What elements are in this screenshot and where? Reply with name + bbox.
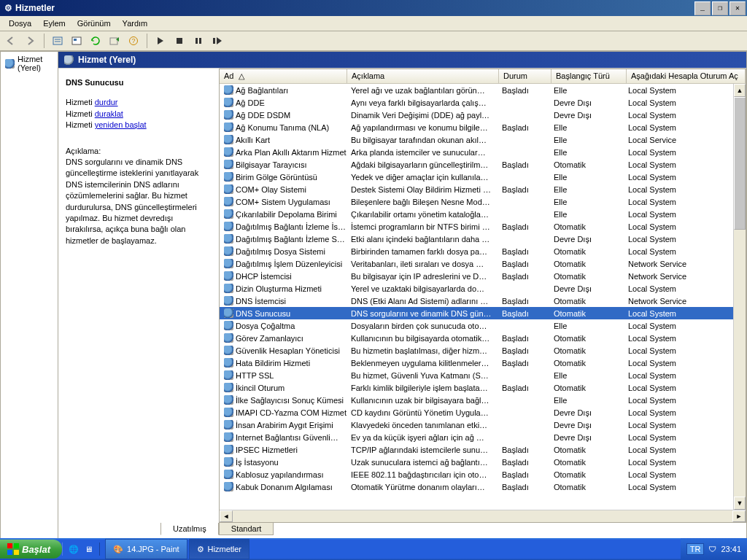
service-row[interactable]: Bilgisayar TarayıcısıAğdaki bilgisayarla… [220, 158, 746, 171]
service-logon: Local System [624, 173, 746, 182]
main-area: Hizmet (Yerel) Hizmet (Yerel) DNS Sunucu… [0, 51, 747, 540]
properties-button[interactable] [68, 32, 85, 50]
service-row[interactable]: HTTP SSLBu hizmet, Güvenli Yuva Katmanı … [220, 369, 746, 381]
bottom-tabs: Uzatılmış Standart [58, 523, 746, 539]
service-row[interactable]: İkincil OturumFarklı kimlik bilgileriyle… [220, 381, 746, 394]
service-row[interactable]: Hata Bildirim HizmetiBeklenmeyen uygulam… [220, 357, 746, 369]
menu-help[interactable]: Yardım [117, 18, 154, 29]
service-row[interactable]: Ağ DDEAynı veya farklı bilgisayarlarda ç… [220, 96, 746, 109]
menu-file[interactable]: Dosya [3, 18, 37, 29]
service-logon: Local System [624, 322, 746, 330]
pause-line: Hizmeti duraklat [66, 109, 212, 120]
tab-standard[interactable]: Standart [219, 523, 274, 535]
restore-button[interactable]: ❐ [712, 1, 728, 15]
services-icon [5, 59, 15, 69]
service-row[interactable]: IMAPI CD-Yazma COM HizmetiCD kaydını Gör… [220, 406, 746, 419]
services-icon: ⚙ [197, 545, 204, 554]
pause-service-button[interactable] [190, 32, 207, 50]
service-status: Başladı [498, 222, 549, 231]
service-row[interactable]: İnsan Arabirim Aygıt ErişimiKlavyedeki ö… [220, 419, 746, 431]
close-button[interactable]: ✕ [729, 1, 746, 15]
forward-button[interactable] [22, 32, 39, 50]
service-row[interactable]: Internet Bağlantısı Güvenli…Ev ya da küç… [220, 431, 746, 443]
scroll-up-button[interactable]: ▲ [734, 84, 746, 97]
back-button[interactable] [3, 32, 20, 50]
pause-link[interactable]: duraklat [95, 109, 123, 118]
service-row[interactable]: Birim Gölge GörüntüsüYedek ve diğer amaç… [220, 171, 746, 183]
service-description: Uzak sunuculara istemci ağ bağlantı… [347, 458, 498, 467]
svg-rect-7 [196, 38, 198, 44]
refresh-button[interactable] [87, 32, 104, 50]
stop-link[interactable]: durdur [95, 98, 118, 106]
service-row[interactable]: Görev ZamanlayıcıKullanıcının bu bilgisa… [220, 332, 746, 344]
scroll-right-button[interactable]: ► [732, 510, 746, 522]
start-service-button[interactable] [152, 32, 169, 50]
service-row[interactable]: Akıllı KartBu bilgisayar tarafından okun… [220, 133, 746, 146]
task-paint[interactable]: 🎨 14.JPG - Paint [105, 539, 187, 559]
col-name[interactable]: Ad △ [220, 69, 347, 83]
help-button[interactable]: ? [125, 32, 142, 50]
service-row[interactable]: Dağıtılmış İşlem DüzenleyicisiVeritabanl… [220, 257, 746, 270]
service-row[interactable]: Kablosuz yapılandırmasıIEEE 802.11 bağda… [220, 468, 746, 481]
service-row[interactable]: DHCP İstemcisiBu bilgisayar için IP adre… [220, 270, 746, 282]
service-row[interactable]: IPSEC HizmetleriTCP/IP ağlarındaki istem… [220, 443, 746, 456]
tab-extended[interactable]: Uzatılmış [160, 523, 219, 535]
tray-icon[interactable]: 🛡 [708, 545, 716, 553]
minimize-button[interactable]: _ [694, 1, 711, 15]
service-row[interactable]: DNS İstemcisiDNS (Etki Alanı Ad Sistemi)… [220, 295, 746, 307]
language-indicator[interactable]: TR [686, 543, 705, 555]
service-description: Bileşenlere bağlı Bileşen Nesne Mod… [347, 198, 498, 206]
service-icon [224, 110, 233, 120]
horizontal-scrollbar[interactable]: ◄ ► [220, 510, 746, 522]
export-button[interactable] [106, 32, 123, 50]
service-description: Destek Sistemi Olay Bildirim Hizmeti … [347, 185, 498, 194]
service-row[interactable]: Dosya ÇoğaltmaDosyaların birden çok sunu… [220, 319, 746, 332]
service-row[interactable]: DNS SunucusuDNS sorgularını ve dinamik D… [220, 307, 746, 319]
service-name: Güvenlik Hesapları Yöneticisi [236, 346, 340, 355]
service-row[interactable]: Dizin Oluşturma HizmetiYerel ve uzaktaki… [220, 282, 746, 295]
export-list-button[interactable] [49, 32, 66, 50]
service-row[interactable]: Çıkarılabilir Depolama BirimiÇıkarılabil… [220, 208, 746, 220]
service-row[interactable]: Arka Plan Akıllı Aktarım HizmetiArka pla… [220, 146, 746, 158]
restart-link[interactable]: yeniden başlat [95, 120, 147, 129]
service-row[interactable]: Ağ BağlantılarıYerel ağı ve uzak bağlant… [220, 84, 746, 96]
service-startup: Devre Dışı [549, 98, 624, 107]
scroll-left-button[interactable]: ◄ [220, 510, 233, 522]
service-logon: Local System [624, 111, 746, 120]
col-status[interactable]: Durum [499, 69, 551, 83]
tree-root-item[interactable]: Hizmet (Yerel) [1, 52, 58, 75]
service-icon [224, 370, 233, 380]
service-description: Yerel ağı ve uzak bağlantıları görün… [347, 86, 498, 95]
start-button[interactable]: Başlat [0, 540, 62, 559]
list-body[interactable]: Ağ BağlantılarıYerel ağı ve uzak bağlant… [220, 84, 746, 510]
task-services[interactable]: ⚙ Hizmetler [189, 539, 249, 559]
col-description[interactable]: Açıklama [347, 69, 499, 83]
service-row[interactable]: COM+ Sistem UygulamasıBileşenlere bağlı … [220, 195, 746, 208]
service-row[interactable]: İlke Sağlayıcısı Sonuç KümesiKullanıcını… [220, 394, 746, 406]
restart-service-button[interactable] [209, 32, 226, 50]
service-row[interactable]: Ağ Konumu Tanıma (NLA)Ağ yapılandırması … [220, 121, 746, 133]
menu-view[interactable]: Görünüm [71, 18, 117, 29]
stop-service-button[interactable] [171, 32, 188, 50]
service-status: Başladı [498, 334, 549, 343]
service-row[interactable]: Kabuk Donanım AlgılamasıOtomatik Yürütme… [220, 481, 746, 493]
svg-rect-9 [213, 38, 215, 44]
service-row[interactable]: Dağıtılmış Bağlantı İzleme S…Etki alanı … [220, 233, 746, 245]
col-startup[interactable]: Başlangıç Türü [551, 69, 627, 83]
ie-icon[interactable]: 🌐 [67, 542, 80, 556]
scroll-thumb[interactable] [734, 97, 746, 230]
service-row[interactable]: İş İstasyonuUzak sunuculara istemci ağ b… [220, 456, 746, 468]
desktop-icon[interactable]: 🖥 [82, 542, 95, 556]
service-row[interactable]: Güvenlik Hesapları YöneticisiBu hizmetin… [220, 344, 746, 357]
service-description: Klavyedeki önceden tanımlanan etki… [347, 421, 498, 429]
scroll-down-button[interactable]: ▼ [734, 497, 746, 510]
service-row[interactable]: COM+ Olay SistemiDestek Sistemi Olay Bil… [220, 183, 746, 195]
service-row[interactable]: Ağ DDE DSDMDinamik Veri Değişimi (DDE) a… [220, 109, 746, 121]
col-logon[interactable]: Aşağıdaki Hesapla Oturum Aç [627, 69, 746, 83]
menu-action[interactable]: Eylem [37, 18, 71, 29]
vertical-scrollbar[interactable]: ▲ ▼ [733, 84, 746, 510]
service-row[interactable]: Dağıtılmış Dosya SistemiBirbirinden tama… [220, 245, 746, 257]
service-row[interactable]: Dağıtılmış Bağlantı İzleme İs…İstemci pr… [220, 220, 746, 233]
tree-pane[interactable]: Hizmet (Yerel) [1, 52, 58, 539]
clock[interactable]: 23:41 [721, 545, 741, 553]
